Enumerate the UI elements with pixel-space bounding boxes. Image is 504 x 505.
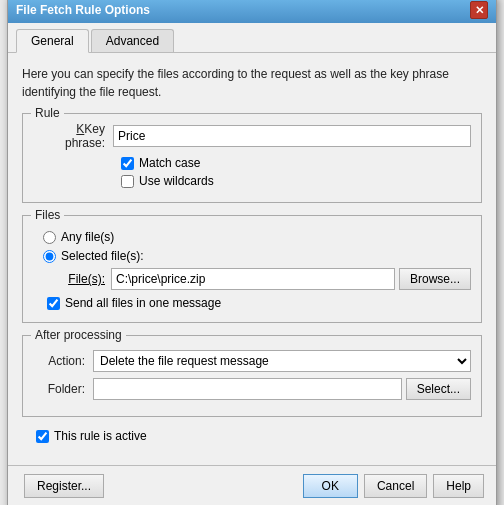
tabs-container: General Advanced [8,23,496,53]
match-case-label: Match case [139,156,200,170]
tab-advanced[interactable]: Advanced [91,29,174,52]
send-all-row: Send all files in one message [47,296,471,310]
register-button[interactable]: Register... [24,474,104,498]
key-phrase-input[interactable] [113,125,471,147]
rule-group-label: Rule [31,106,64,120]
action-select[interactable]: Delete the file request message Move to … [93,350,471,372]
files-content: Any file(s) Selected file(s): File(s): B… [33,224,471,310]
folder-row: Folder: Select... [33,378,471,400]
description-text: Here you can specify the files according… [22,65,482,101]
files-group: Files Any file(s) Selected file(s): File… [22,215,482,323]
action-row: Action: Delete the file request message … [33,350,471,372]
window-title: File Fetch Rule Options [16,3,150,17]
any-files-row: Any file(s) [33,230,471,244]
selected-files-row: Selected file(s): [33,249,471,263]
ok-button[interactable]: OK [303,474,358,498]
selected-files-label: Selected file(s): [61,249,144,263]
active-row: This rule is active [22,429,482,443]
folder-input[interactable] [93,378,402,400]
title-bar: File Fetch Rule Options ✕ [8,0,496,23]
match-case-row: Match case [121,156,471,170]
send-all-checkbox[interactable] [47,297,60,310]
after-processing-group: After processing Action: Delete the file… [22,335,482,417]
cancel-button[interactable]: Cancel [364,474,427,498]
any-files-radio[interactable] [43,231,56,244]
key-phrase-label: KKey phrase: [33,122,113,150]
any-files-label: Any file(s) [61,230,114,244]
action-label: Action: [33,354,93,368]
active-label: This rule is active [54,429,147,443]
files-input[interactable] [111,268,395,290]
use-wildcards-row: Use wildcards [121,174,471,188]
key-phrase-row: KKey phrase: [33,122,471,150]
files-group-label: Files [31,208,64,222]
bottom-right-buttons: OK Cancel Help [303,474,484,498]
browse-button[interactable]: Browse... [399,268,471,290]
close-button[interactable]: ✕ [470,1,488,19]
after-processing-label: After processing [31,328,126,342]
main-content: Here you can specify the files according… [8,53,496,465]
rule-group: Rule KKey phrase: Match case Use wildcar… [22,113,482,203]
help-button[interactable]: Help [433,474,484,498]
match-case-checkbox[interactable] [121,157,134,170]
folder-label: Folder: [33,382,93,396]
select-button[interactable]: Select... [406,378,471,400]
window: File Fetch Rule Options ✕ General Advanc… [7,0,497,505]
selected-files-radio[interactable] [43,250,56,263]
tab-general[interactable]: General [16,29,89,53]
files-label: File(s): [53,272,111,286]
file-field-row: File(s): Browse... [53,268,471,290]
bottom-bar: Register... OK Cancel Help [8,465,496,505]
use-wildcards-checkbox[interactable] [121,175,134,188]
active-checkbox[interactable] [36,430,49,443]
send-all-label: Send all files in one message [65,296,221,310]
use-wildcards-label: Use wildcards [139,174,214,188]
